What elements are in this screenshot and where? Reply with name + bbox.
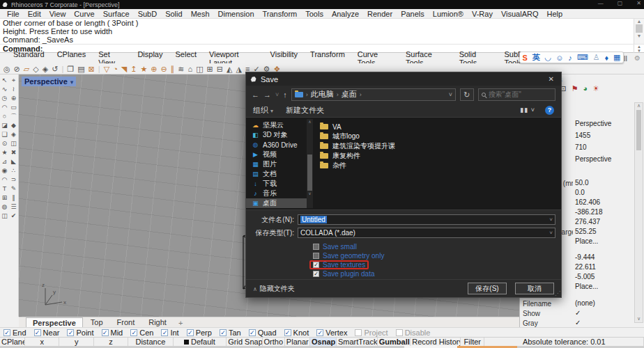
breadcrumb[interactable]: › 此电脑 › 桌面 › ˅	[291, 88, 456, 101]
shade-icon[interactable]: ◭	[227, 64, 232, 74]
osnap-toggle[interactable]: Vertex	[316, 329, 347, 337]
hide-folders-button[interactable]: ∧隐藏文件夹	[253, 284, 295, 294]
menu-item[interactable]: Panels	[397, 10, 429, 18]
osnap-toggle[interactable]: Disable	[396, 329, 431, 337]
osnap-toggle[interactable]: Near	[34, 329, 60, 337]
select-icon[interactable]: ↖	[0, 76, 9, 85]
folder-item[interactable]: 杂件	[320, 161, 561, 171]
menu-item[interactable]: Dimension	[214, 10, 259, 18]
open-file-icon[interactable]: ⊘	[14, 64, 20, 74]
sphere-icon[interactable]: ◍	[0, 203, 9, 212]
language-en-icon[interactable]: 英	[532, 52, 540, 63]
zoom-out-icon[interactable]: ⊖	[161, 64, 167, 74]
folder-item[interactable]: VA	[320, 122, 561, 132]
viewport-title[interactable]: Perspective▾	[22, 77, 76, 86]
osnap-checkbox[interactable]	[355, 329, 362, 336]
osnap-toggle[interactable]: End	[3, 329, 26, 337]
property-value[interactable]: 525.25	[573, 228, 633, 237]
osnap-toggle[interactable]: Point	[67, 329, 93, 337]
property-value[interactable]: 162.406	[573, 198, 633, 207]
osnap-checkbox[interactable]	[34, 329, 41, 336]
osnap-toggle[interactable]: Cen	[130, 329, 153, 337]
history-chevron-icon[interactable]: ˅	[275, 91, 279, 98]
osnap-checkbox[interactable]	[220, 329, 227, 336]
check-icon[interactable]: ✔	[9, 212, 18, 221]
organize-button[interactable]: 组织 ▾	[253, 105, 273, 116]
sidebar-place-item[interactable]: ◧ 3D 对象	[246, 130, 313, 140]
help-button[interactable]: ?	[545, 106, 554, 115]
folder-item[interactable]: 城市logo	[320, 132, 561, 141]
array-icon[interactable]: ∴	[9, 166, 18, 175]
rectangle-icon[interactable]: ▭	[9, 103, 18, 112]
folder-item[interactable]: 康复构件	[320, 151, 561, 161]
menu-item[interactable]: V-Ray	[468, 10, 497, 18]
trim-icon[interactable]: ✖	[9, 148, 18, 157]
folder-item[interactable]: 建筑渲染专项提升课	[320, 141, 561, 151]
lasso-icon[interactable]: ⌖	[9, 76, 18, 85]
viewport-tab[interactable]: Front	[111, 317, 141, 327]
dialog-close-button[interactable]: ✕	[546, 75, 557, 83]
save-option[interactable]: Save geometry only	[309, 251, 388, 260]
breadcrumb-desktop[interactable]: 桌面	[342, 89, 357, 100]
view-mode-button[interactable]: ▮▮ ˅	[520, 106, 535, 113]
property-value[interactable]: 50.0	[573, 179, 633, 188]
separator[interactable]: |	[61, 64, 63, 74]
osnap-checkbox[interactable]	[67, 329, 74, 336]
new-file-icon[interactable]: ◎	[3, 64, 10, 74]
render-ball-tab-icon[interactable]: ◕	[583, 84, 588, 93]
property-value[interactable]: 22.611	[573, 263, 633, 272]
surface-icon[interactable]: ◪	[0, 121, 9, 130]
osnap-checkbox[interactable]	[161, 329, 168, 336]
filename-chevron-icon[interactable]: ˅	[549, 216, 553, 223]
solid-icon[interactable]: ◆	[9, 121, 18, 130]
menu-item[interactable]: Solid	[161, 10, 186, 18]
osnap-checkbox[interactable]	[316, 329, 323, 336]
layer-manager-icon[interactable]: ⊟	[217, 64, 223, 74]
menu-item[interactable]: Tools	[301, 10, 328, 18]
text-icon[interactable]: T	[0, 184, 9, 193]
boolean-icon[interactable]: ◉	[0, 166, 9, 175]
viewport-tab[interactable]: Right	[142, 317, 173, 327]
chamfer-icon[interactable]: ◣	[9, 157, 18, 166]
option-checkbox[interactable]	[313, 253, 319, 259]
menu-item[interactable]: View	[45, 10, 70, 18]
command-scrollbar[interactable]: ▲▼	[634, 19, 644, 44]
save-option[interactable]: Save plugin data	[309, 269, 378, 278]
delete-icon[interactable]: ⊠	[89, 64, 95, 74]
viewport-tab[interactable]: Perspective	[26, 317, 83, 327]
add-viewport-icon[interactable]: +	[174, 319, 187, 327]
osnap-checkbox[interactable]	[249, 329, 256, 336]
curve-edit-icon[interactable]: ◠	[0, 175, 9, 184]
separator[interactable]: |	[98, 64, 100, 74]
menu-item[interactable]: Mesh	[187, 10, 214, 18]
sidebar-place-item[interactable]: ◍ A360 Drive	[246, 140, 313, 150]
grid-icon[interactable]: ⊞	[0, 193, 9, 203]
menu-item[interactable]: Help	[543, 10, 567, 18]
grid-toggle-icon[interactable]: ⊞	[207, 64, 213, 74]
new-folder-button[interactable]: 新建文件夹	[286, 105, 324, 116]
menu-item[interactable]: File	[3, 10, 24, 18]
search-input[interactable]	[489, 90, 548, 98]
keyboard-icon[interactable]: ⌨	[577, 53, 588, 62]
osnap-checkbox[interactable]	[187, 329, 194, 336]
emoji-icon[interactable]: ☺	[555, 54, 563, 62]
menu-item[interactable]: Surface	[99, 10, 134, 18]
osnap-toggle[interactable]: Project	[355, 329, 388, 337]
explode-icon[interactable]: ★	[0, 148, 9, 157]
property-value[interactable]: -5.005	[573, 273, 633, 282]
box-icon[interactable]: ❑	[0, 130, 9, 139]
menu-item[interactable]: Edit	[24, 10, 45, 18]
ghosted-icon[interactable]: ◮	[236, 64, 241, 74]
property-value[interactable]: Perspective	[573, 120, 633, 129]
cylinder-icon[interactable]: ⊙	[0, 139, 9, 148]
layers-icon[interactable]: ☰	[9, 203, 18, 212]
osnap-icon[interactable]: ∥	[171, 64, 175, 74]
menu-item[interactable]: Lumion®	[429, 10, 468, 18]
osnap-checkbox[interactable]	[130, 329, 137, 336]
property-value[interactable]: Perspective	[573, 155, 633, 164]
arc-icon[interactable]: ◠	[0, 103, 9, 112]
property-value[interactable]: 710	[573, 143, 633, 152]
copy-icon[interactable]: ❐	[67, 64, 74, 74]
person-icon[interactable]: ♙	[593, 53, 600, 62]
move-icon[interactable]: ≋	[178, 64, 184, 74]
